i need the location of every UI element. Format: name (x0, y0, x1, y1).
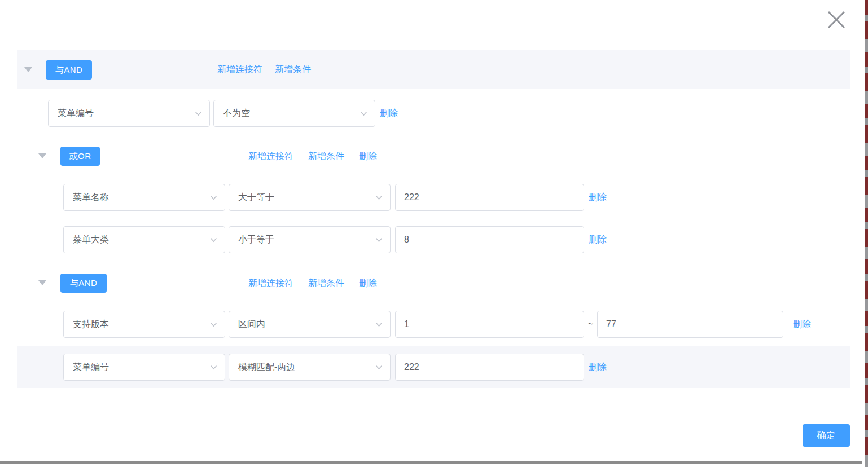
chevron-down-icon (210, 195, 217, 200)
value-input[interactable] (395, 184, 584, 211)
delete-condition-link[interactable]: 删除 (380, 100, 398, 127)
condition-row: 菜单编号 不为空 删除 (17, 100, 850, 127)
chevron-down-icon (375, 365, 383, 370)
field-select[interactable]: 菜单编号 (63, 354, 225, 381)
filter-builder-dialog: 与AND 新增连接符 新增条件 菜单编号 不为空 删除 或OR 新增连接符 新增… (0, 0, 868, 467)
group-header-and-root: 与AND 新增连接符 新增条件 (17, 50, 850, 89)
chevron-down-icon (210, 322, 217, 327)
add-connector-link[interactable]: 新增连接符 (248, 277, 293, 289)
connector-badge-and[interactable]: 与AND (60, 274, 107, 293)
group-header-links: 新增连接符 新增条件 删除 (248, 142, 377, 170)
group-header-links: 新增连接符 新增条件 删除 (248, 269, 377, 297)
operator-select[interactable]: 模糊匹配-两边 (229, 354, 391, 381)
collapse-caret-icon[interactable] (38, 153, 46, 158)
group-header-and-nested: 与AND 新增连接符 新增条件 删除 (17, 269, 850, 297)
delete-group-link[interactable]: 删除 (359, 151, 377, 162)
chevron-down-icon (375, 322, 383, 327)
confirm-button[interactable]: 确定 (803, 424, 850, 447)
operator-select[interactable]: 小于等于 (229, 226, 391, 253)
chevron-down-icon (375, 237, 383, 243)
condition-row: 菜单名称 大于等于 删除 (17, 184, 850, 211)
operator-select-value: 模糊匹配-两边 (238, 362, 295, 373)
field-select-value: 菜单编号 (58, 108, 94, 120)
close-icon (826, 10, 847, 30)
chevron-down-icon (210, 237, 217, 243)
value-input[interactable] (395, 354, 584, 381)
field-select-value: 菜单名称 (73, 192, 109, 204)
delete-condition-link[interactable]: 删除 (589, 226, 607, 253)
value-input[interactable] (395, 226, 584, 253)
add-condition-link[interactable]: 新增条件 (275, 64, 311, 76)
operator-select-value: 区间内 (238, 319, 265, 331)
group-header-links: 新增连接符 新增条件 (217, 50, 311, 89)
range-separator: ~ (588, 311, 593, 338)
field-select[interactable]: 菜单编号 (48, 100, 210, 127)
chevron-down-icon (375, 195, 383, 200)
condition-row-range: 支持版本 区间内 ~ 删除 (17, 311, 850, 338)
group-header-or: 或OR 新增连接符 新增条件 删除 (17, 142, 850, 170)
delete-condition-link[interactable]: 删除 (589, 354, 607, 381)
operator-select-value: 小于等于 (238, 234, 274, 246)
window-right-edge (865, 0, 868, 467)
range-from-input[interactable] (395, 311, 584, 338)
add-connector-link[interactable]: 新增连接符 (217, 64, 262, 76)
collapse-caret-icon[interactable] (38, 280, 46, 285)
operator-select-value: 大于等于 (238, 192, 274, 204)
add-condition-link[interactable]: 新增条件 (308, 151, 344, 162)
field-select-value: 菜单大类 (73, 234, 109, 246)
close-button[interactable] (825, 8, 848, 32)
range-to-input[interactable] (597, 311, 783, 338)
field-select-value: 支持版本 (73, 319, 109, 331)
field-select[interactable]: 菜单大类 (63, 226, 225, 253)
chevron-down-icon (210, 365, 217, 370)
field-select[interactable]: 支持版本 (63, 311, 225, 338)
condition-row: 菜单编号 模糊匹配-两边 删除 (17, 354, 850, 381)
window-bottom-edge (0, 461, 862, 464)
delete-condition-link[interactable]: 删除 (589, 184, 607, 211)
add-connector-link[interactable]: 新增连接符 (248, 151, 293, 162)
operator-select[interactable]: 不为空 (213, 100, 375, 127)
connector-badge-or[interactable]: 或OR (60, 147, 100, 166)
collapse-caret-icon[interactable] (24, 67, 32, 72)
operator-select[interactable]: 区间内 (229, 311, 391, 338)
condition-row: 菜单大类 小于等于 删除 (17, 226, 850, 253)
chevron-down-icon (360, 111, 367, 116)
chevron-down-icon (195, 111, 202, 116)
operator-select-value: 不为空 (223, 108, 250, 120)
field-select-value: 菜单编号 (73, 362, 109, 373)
operator-select[interactable]: 大于等于 (229, 184, 391, 211)
add-condition-link[interactable]: 新增条件 (308, 277, 344, 289)
connector-badge-and[interactable]: 与AND (46, 60, 92, 80)
delete-group-link[interactable]: 删除 (359, 277, 377, 289)
delete-condition-link[interactable]: 删除 (793, 311, 811, 338)
field-select[interactable]: 菜单名称 (63, 184, 225, 211)
